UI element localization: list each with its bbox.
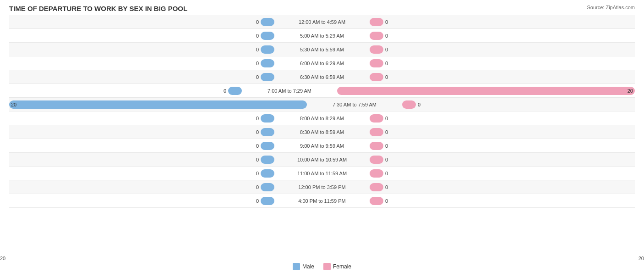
male-bar-value: 20 bbox=[11, 102, 16, 107]
bottom-area: 20 20 Male Female bbox=[0, 251, 644, 273]
female-bar bbox=[370, 156, 383, 164]
male-zero-value: 0 bbox=[256, 171, 259, 176]
female-side: 0 bbox=[368, 153, 635, 166]
axis-left: 20 bbox=[0, 256, 5, 261]
female-bar-value: 20 bbox=[628, 88, 633, 94]
chart-row: 0 11:00 AM to 11:59 AM 0 bbox=[9, 167, 635, 180]
female-side: 0 bbox=[368, 180, 635, 194]
male-side: 20 bbox=[9, 98, 309, 111]
male-bar bbox=[228, 87, 242, 95]
chart-row: 0 6:30 AM to 6:59 AM 0 bbox=[9, 70, 635, 84]
female-side: 0 bbox=[368, 56, 635, 70]
female-side: 0 bbox=[400, 98, 635, 111]
female-bar bbox=[370, 73, 383, 81]
chart-row: 0 12:00 AM to 4:59 AM 0 bbox=[9, 15, 635, 29]
chart-row: 20 7:30 AM to 7:59 AM 0 bbox=[9, 98, 635, 111]
chart-row: 0 5:00 AM to 5:29 AM 0 bbox=[9, 29, 635, 43]
female-side: 0 bbox=[368, 29, 635, 42]
chart-container: TIME OF DEPARTURE TO WORK BY SEX IN BIG … bbox=[0, 0, 644, 273]
legend-male-box bbox=[293, 263, 300, 270]
chart-row: 0 10:00 AM to 10:59 AM 0 bbox=[9, 153, 635, 167]
time-label: 12:00 PM to 3:59 PM bbox=[276, 184, 368, 190]
time-label: 6:30 AM to 6:59 AM bbox=[276, 74, 368, 80]
female-zero-value: 0 bbox=[385, 116, 388, 121]
female-bar bbox=[370, 169, 383, 178]
female-zero-value: 0 bbox=[385, 33, 388, 39]
male-side: 0 bbox=[9, 15, 276, 28]
female-zero-value: 0 bbox=[385, 74, 388, 80]
male-bar bbox=[261, 45, 274, 54]
male-side: 0 bbox=[9, 29, 276, 42]
chart-row: 0 9:00 AM to 9:59 AM 0 bbox=[9, 139, 635, 153]
time-label: 8:30 AM to 8:59 AM bbox=[276, 129, 368, 135]
chart-row: 0 6:00 AM to 6:29 AM 0 bbox=[9, 56, 635, 70]
female-bar bbox=[370, 59, 383, 67]
female-bar bbox=[370, 114, 383, 123]
chart-row: 0 5:30 AM to 5:59 AM 0 bbox=[9, 43, 635, 56]
female-zero-value: 0 bbox=[385, 61, 388, 66]
male-side: 0 bbox=[9, 167, 276, 180]
female-side: 0 bbox=[368, 125, 635, 139]
male-bar bbox=[261, 18, 274, 26]
male-bar bbox=[261, 142, 274, 150]
female-zero-value: 0 bbox=[385, 47, 388, 52]
male-side: 0 bbox=[9, 153, 276, 166]
female-bar bbox=[370, 45, 383, 54]
chart-row: 0 12:00 PM to 3:59 PM 0 bbox=[9, 180, 635, 194]
time-label: 9:00 AM to 9:59 AM bbox=[276, 143, 368, 149]
female-zero-value: 0 bbox=[385, 198, 388, 204]
chart-row: 0 4:00 PM to 11:59 PM 0 bbox=[9, 194, 635, 208]
male-zero-value: 0 bbox=[256, 143, 259, 149]
male-bar bbox=[261, 73, 274, 81]
male-zero-value: 0 bbox=[256, 198, 259, 204]
female-zero-value: 0 bbox=[385, 19, 388, 25]
time-label: 6:00 AM to 6:29 AM bbox=[276, 61, 368, 66]
time-label: 11:00 AM to 11:59 AM bbox=[276, 171, 368, 176]
male-bar bbox=[261, 183, 274, 191]
axis-labels: 20 20 bbox=[0, 256, 644, 261]
male-side: 0 bbox=[9, 43, 276, 56]
time-label: 7:00 AM to 7:29 AM bbox=[244, 88, 335, 94]
time-label: 4:00 PM to 11:59 PM bbox=[276, 198, 368, 204]
male-bar bbox=[261, 59, 274, 67]
time-label: 7:30 AM to 7:59 AM bbox=[309, 102, 400, 107]
chart-row: 0 7:00 AM to 7:29 AM 20 bbox=[9, 84, 635, 98]
female-zero-value: 0 bbox=[385, 157, 388, 162]
female-side: 20 bbox=[335, 84, 635, 97]
legend-female: Female bbox=[323, 263, 351, 270]
male-side: 0 bbox=[9, 56, 276, 70]
female-bar bbox=[370, 197, 383, 205]
time-label: 5:30 AM to 5:59 AM bbox=[276, 47, 368, 52]
female-bar bbox=[370, 142, 383, 150]
male-zero-value: 0 bbox=[256, 184, 259, 190]
chart-row: 0 8:30 AM to 8:59 AM 0 bbox=[9, 125, 635, 139]
legend: Male Female bbox=[0, 263, 644, 270]
female-side: 0 bbox=[368, 194, 635, 207]
female-zero-value: 0 bbox=[385, 129, 388, 135]
female-bar bbox=[402, 100, 416, 109]
legend-female-box bbox=[323, 263, 331, 270]
female-bar bbox=[370, 128, 383, 136]
chart-title: TIME OF DEPARTURE TO WORK BY SEX IN BIG … bbox=[9, 5, 635, 12]
male-bar bbox=[261, 169, 274, 178]
female-bar: 20 bbox=[337, 87, 635, 95]
legend-male: Male bbox=[293, 263, 314, 270]
male-side: 0 bbox=[9, 84, 244, 97]
male-bar: 20 bbox=[9, 100, 307, 109]
male-zero-value: 0 bbox=[256, 61, 259, 66]
male-bar bbox=[261, 156, 274, 164]
source-label: Source: ZipAtlas.com bbox=[587, 5, 635, 10]
male-bar bbox=[261, 114, 274, 123]
male-side: 0 bbox=[9, 70, 276, 84]
male-zero-value: 0 bbox=[256, 157, 259, 162]
female-side: 0 bbox=[368, 43, 635, 56]
time-label: 12:00 AM to 4:59 AM bbox=[276, 19, 368, 25]
male-bar bbox=[261, 197, 274, 205]
male-zero-value: 0 bbox=[256, 33, 259, 39]
chart-area: 0 12:00 AM to 4:59 AM 0 0 5:00 AM to 5:2… bbox=[9, 15, 635, 247]
time-label: 10:00 AM to 10:59 AM bbox=[276, 157, 368, 162]
female-zero-value: 0 bbox=[418, 102, 420, 107]
female-zero-value: 0 bbox=[385, 184, 388, 190]
female-bar bbox=[370, 183, 383, 191]
male-side: 0 bbox=[9, 111, 276, 125]
